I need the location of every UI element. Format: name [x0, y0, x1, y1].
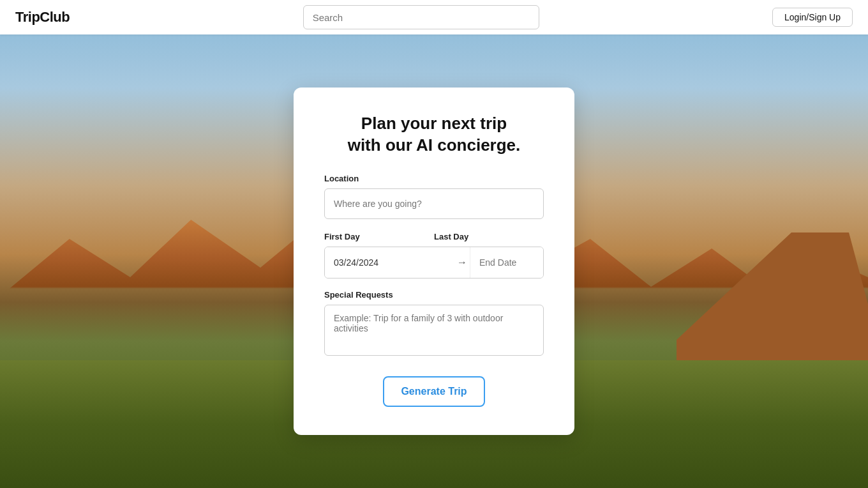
search-input[interactable]: [303, 5, 539, 29]
generate-trip-button[interactable]: Generate Trip: [383, 376, 485, 407]
location-label: Location: [324, 174, 544, 183]
special-requests-input[interactable]: [324, 305, 544, 356]
card-wrapper: Plan your next trip with our AI concierg…: [0, 34, 868, 488]
special-requests-label: Special Requests: [324, 290, 544, 300]
date-labels-row: First Day Last Day: [324, 232, 544, 241]
card-title: Plan your next trip with our AI concierg…: [324, 113, 544, 156]
date-arrow-icon: →: [454, 257, 470, 268]
location-input[interactable]: [324, 188, 544, 219]
main-card: Plan your next trip with our AI concierg…: [294, 88, 574, 436]
logo: TripClub: [15, 9, 70, 26]
date-input-group: →: [324, 247, 544, 278]
last-day-input[interactable]: [470, 247, 544, 278]
search-wrapper: [70, 5, 772, 29]
first-day-input[interactable]: [325, 247, 454, 278]
navbar: TripClub Login/Sign Up: [0, 0, 868, 34]
first-day-label: First Day: [324, 232, 434, 241]
login-button[interactable]: Login/Sign Up: [772, 8, 853, 27]
last-day-label: Last Day: [434, 232, 544, 241]
